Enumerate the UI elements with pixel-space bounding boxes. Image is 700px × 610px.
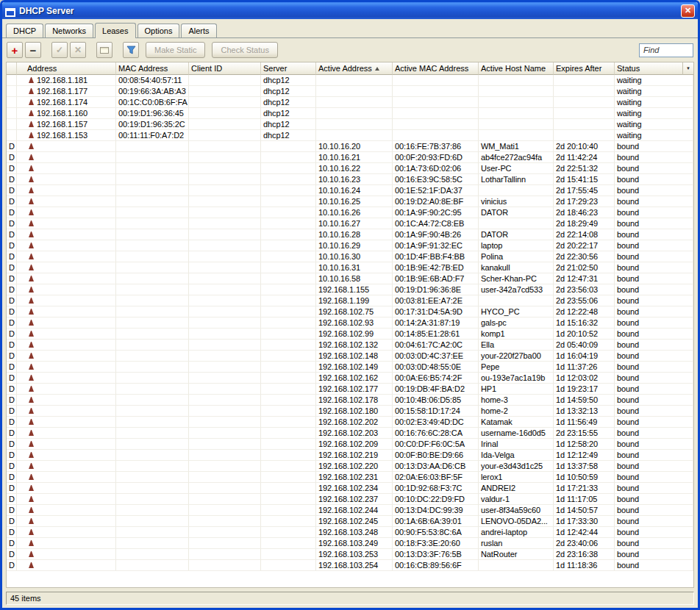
check-status-button[interactable]: Check Status (212, 42, 277, 58)
lease-row[interactable]: D10.10.16.2700:1C:A4:72:C8:EB2d 18:29:49… (7, 218, 693, 229)
filter-button[interactable] (123, 42, 139, 58)
cell-status: bound (615, 174, 693, 185)
cell-server (261, 262, 316, 273)
lease-row[interactable]: D192.168.102.24500:1A:6B:6A:39:01LENOVO-… (7, 516, 693, 527)
lease-row[interactable]: D192.168.103.25400:16:CB:89:56:6F1d 11:1… (7, 560, 693, 571)
lease-row[interactable]: D192.168.102.20200:02:E3:49:4D:DCKatamak… (7, 417, 693, 428)
lease-row[interactable]: D192.168.102.17700:19:DB:4F:BA:D2HP11d 1… (7, 384, 693, 395)
lease-row[interactable]: D192.168.102.7500:17:31:D4:5A:9DHYCO_PC2… (7, 306, 693, 317)
title-bar[interactable]: DHCP Server ✕ (2, 2, 698, 19)
cell-ahost (479, 119, 554, 130)
lease-row[interactable]: D192.168.102.20900:C0:DF:F6:0C:5AIrinal1… (7, 439, 693, 450)
lease-row[interactable]: D10.10.16.2600:1A:9F:90:2C:95DATOR2d 18:… (7, 207, 693, 218)
lease-row[interactable]: D192.168.1.19900:03:81:EE:A7:2E2d 23:55:… (7, 295, 693, 306)
cell-ahost (479, 185, 554, 196)
lease-row[interactable]: D10.10.16.3000:1D:4F:BB:F4:BBPolina2d 22… (7, 251, 693, 262)
lease-row[interactable]: D192.168.102.14800:03:0D:4C:37:EEyour-22… (7, 351, 693, 362)
lease-row[interactable]: D10.10.16.2100:0F:20:93:FD:6Dab4fce272ac… (7, 152, 693, 163)
cell-address (17, 527, 116, 538)
cell-status: bound (615, 251, 693, 262)
lease-row[interactable]: D192.168.102.16200:0A:E6:B5:74:2Fou-193e… (7, 373, 693, 384)
lease-row[interactable]: D192.168.102.13200:04:61:7C:A2:0CElla2d … (7, 340, 693, 351)
cell-server (261, 229, 316, 240)
tab-options[interactable]: Options (138, 24, 180, 37)
lease-row[interactable]: D192.168.1.15500:19:D1:96:36:8Euser-342a… (7, 284, 693, 295)
make-static-button[interactable]: Make Static (146, 42, 205, 58)
lease-row[interactable]: D10.10.16.2200:1A:73:6D:02:06User-PC2d 2… (7, 163, 693, 174)
cell-aaddr: 10.10.16.24 (316, 185, 393, 196)
cell-address (17, 273, 116, 284)
tab-leases[interactable]: Leases (95, 23, 135, 38)
lease-row[interactable]: D192.168.102.24400:13:D4:DC:99:39user-8f… (7, 505, 693, 516)
enable-button[interactable]: ✓ (51, 42, 68, 58)
cell-expires: 2d 17:55:45 (554, 185, 615, 196)
lease-row[interactable]: D192.168.102.17800:10:4B:06:D5:85home-31… (7, 395, 693, 406)
lease-row[interactable]: 192.168.1.16000:19:D1:96:36:45dhcp12wait… (7, 108, 693, 119)
cell-server (261, 218, 316, 229)
lease-row[interactable]: 192.168.1.17700:19:66:3A:AB:A3dhcp12wait… (7, 86, 693, 97)
cell-server (261, 362, 316, 373)
cell-status: bound (615, 306, 693, 317)
cell-ahost: komp1 (479, 329, 554, 340)
dhcp-lease-icon (29, 419, 34, 425)
close-icon[interactable]: ✕ (681, 4, 695, 18)
cell-amac: 00:19:D2:A0:8E:BF (393, 196, 479, 207)
tab-alerts[interactable]: Alerts (181, 24, 216, 37)
column-header-mac-address[interactable]: MAC Address (116, 62, 189, 75)
lease-row[interactable]: D10.10.16.5800:1B:9E:6B:AD:F7Scher-Khan-… (7, 273, 693, 284)
column-header-status[interactable]: Status (615, 62, 693, 75)
lease-row[interactable]: 192.168.1.17400:1C:C0:0B:6F:FAdhcp12wait… (7, 97, 693, 108)
column-header-address[interactable]: Address (17, 62, 116, 75)
disable-button[interactable]: ✕ (70, 42, 86, 58)
column-header-flags[interactable] (7, 62, 17, 75)
lease-row[interactable]: D192.168.102.23700:10:DC:22:D9:FDvaldur-… (7, 494, 693, 505)
column-header-expires-after[interactable]: Expires After (554, 62, 615, 75)
comment-button[interactable] (96, 42, 113, 58)
column-header-server[interactable]: Server (261, 62, 316, 75)
lease-row[interactable]: D192.168.102.14900:03:0D:48:55:0EPepe1d … (7, 362, 693, 373)
remove-button[interactable]: − (25, 42, 41, 58)
lease-row[interactable]: D192.168.103.24800:90:F5:53:8C:6Aandrei-… (7, 527, 693, 538)
cell-ahost: DATOR (479, 207, 554, 218)
cell-client (189, 439, 261, 450)
cell-server (261, 152, 316, 163)
cell-aaddr: 10.10.16.21 (316, 152, 393, 163)
lease-row[interactable]: D192.168.102.9300:14:2A:31:87:19gals-pc1… (7, 317, 693, 329)
cell-mac (116, 240, 189, 251)
cell-aaddr: 192.168.102.180 (316, 406, 393, 417)
lease-row[interactable]: D10.10.16.2400:1E:52:1F:DA:372d 17:55:45… (7, 185, 693, 196)
tab-networks[interactable]: Networks (45, 24, 93, 37)
lease-row[interactable]: 192.168.1.18100:08:54:40:57:11dhcp12wait… (7, 75, 693, 86)
column-header-active-address[interactable]: Active Address (316, 62, 393, 75)
lease-row[interactable]: D192.168.102.18000:15:58:1D:17:24home-21… (7, 406, 693, 417)
lease-row[interactable]: D10.10.16.2900:1A:9F:91:32:EClaptop2d 20… (7, 240, 693, 251)
cell-ahost: gals-pc (479, 317, 554, 329)
cell-server (261, 538, 316, 549)
tab-dhcp[interactable]: DHCP (6, 24, 43, 37)
lease-row[interactable]: D10.10.16.2000:16:FE:7B:37:86WM_Mati12d … (7, 141, 693, 152)
add-button[interactable]: + (7, 42, 23, 58)
cell-amac: 00:18:F3:3E:20:60 (393, 538, 479, 549)
lease-row[interactable]: D10.10.16.2500:19:D2:A0:8E:BFvinicius2d … (7, 196, 693, 207)
lease-row[interactable]: D10.10.16.3100:1B:9E:42:7B:EDkanakull2d … (7, 262, 693, 273)
column-header-active-host-name[interactable]: Active Host Name (479, 62, 554, 75)
dhcp-lease-icon (29, 463, 34, 469)
column-header-active-mac-address[interactable]: Active MAC Address (393, 62, 479, 75)
lease-row[interactable]: 192.168.1.15300:11:11:F0:A7:D2dhcp12wait… (7, 130, 693, 141)
cell-mac: 00:11:11:F0:A7:D2 (116, 130, 189, 141)
lease-row[interactable]: D192.168.102.21900:0F:B0:BE:D9:66Ida-Vel… (7, 450, 693, 461)
lease-row[interactable]: D192.168.102.22000:13:D3:AA:D6:CByour-e3… (7, 461, 693, 472)
lease-table-header: AddressMAC AddressClient IDServerActive … (7, 62, 693, 75)
lease-row[interactable]: D192.168.102.23102:0A:E6:03:BF:5Flerox11… (7, 472, 693, 483)
lease-row[interactable]: D10.10.16.2800:1A:9F:90:4B:26DATOR2d 22:… (7, 229, 693, 240)
lease-row[interactable]: D192.168.103.25300:13:D3:3F:76:5BNatRout… (7, 549, 693, 560)
find-input[interactable]: Find (639, 43, 693, 57)
lease-row[interactable]: D10.10.16.2300:16:E3:9C:58:5CLotharTalli… (7, 174, 693, 185)
lease-row[interactable]: 192.168.1.15700:19:D1:96:35:2Cdhcp12wait… (7, 119, 693, 130)
lease-row[interactable]: D192.168.102.20300:16:76:6C:28:CAusernam… (7, 428, 693, 439)
lease-row[interactable]: D192.168.103.24900:18:F3:3E:20:60ruslan2… (7, 538, 693, 549)
lease-row[interactable]: D192.168.102.23400:1D:92:68:F3:7CANDREI2… (7, 483, 693, 494)
column-selector-button[interactable]: ▼ (682, 62, 693, 75)
column-header-client-id[interactable]: Client ID (189, 62, 261, 75)
lease-row[interactable]: D192.168.102.9900:14:85:E1:28:61komp11d … (7, 329, 693, 340)
